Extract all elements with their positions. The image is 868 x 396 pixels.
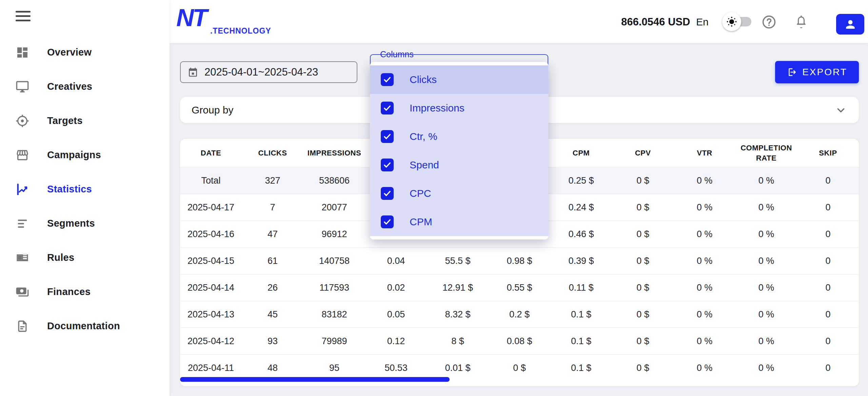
table-cell: 8.32 $ — [427, 309, 489, 320]
table-cell: 117593 — [303, 283, 365, 293]
sidebar-item-label: Documentation — [47, 320, 120, 332]
table-cell: 2025-04-15 — [180, 256, 242, 266]
date-range-value: 2025-04-01~2025-04-23 — [204, 66, 318, 78]
columns-menu-item-impressions[interactable]: Impressions — [370, 94, 548, 122]
checkbox-checked-icon[interactable] — [381, 102, 394, 114]
table-header-cell: VTR — [674, 148, 735, 158]
table-cell: 0 — [797, 175, 859, 186]
document-icon — [15, 319, 30, 334]
table-cell: 0.24 $ — [550, 202, 612, 213]
chevron-down-icon — [836, 105, 846, 115]
table-cell: 0 % — [674, 256, 735, 266]
profile-button[interactable] — [836, 14, 864, 35]
logo-main-text: NT — [176, 5, 206, 30]
table-cell: 538606 — [303, 175, 365, 186]
table-cell: 0 % — [674, 336, 735, 347]
logo[interactable]: NT .TECHNOLOGY — [176, 5, 264, 39]
table-cell: Total — [180, 175, 242, 186]
columns-menu-item-label: CPM — [410, 216, 432, 228]
checkbox-checked-icon[interactable] — [381, 215, 394, 228]
checkbox-checked-icon[interactable] — [381, 187, 394, 200]
table-cell: 0 — [797, 229, 859, 239]
table-cell: 2025-04-11 — [180, 363, 242, 373]
columns-menu-item-cpm[interactable]: CPM — [370, 208, 548, 236]
table-cell: 12.91 $ — [427, 283, 489, 293]
table-cell: 8 $ — [427, 336, 489, 347]
table-cell: 0 — [797, 202, 859, 213]
notifications-bell-icon[interactable] — [793, 14, 809, 30]
table-header-cell: CPV — [612, 148, 674, 158]
table-cell: 0 $ — [612, 363, 674, 373]
sidebar-item-overview[interactable]: Overview — [0, 35, 170, 69]
table-cell: 0 % — [674, 363, 735, 373]
horizontal-scrollbar-thumb[interactable] — [180, 377, 450, 382]
table-cell: 0 % — [674, 309, 735, 320]
table-cell: 0 % — [735, 363, 797, 373]
table-cell: 2025-04-16 — [180, 229, 242, 239]
sidebar-item-finances[interactable]: Finances — [0, 275, 170, 309]
table-row: 2025-04-1345831820.058.32 $0.2 $0.1 $0 $… — [180, 301, 859, 328]
table-cell: 0.02 — [365, 283, 427, 293]
columns-dropdown-menu: Clicks Impressions Ctr, % Spend — [370, 62, 548, 239]
table-cell: 0 % — [674, 175, 735, 186]
table-cell: 95 — [303, 363, 365, 373]
card-list-icon — [15, 250, 30, 265]
table-cell: 83182 — [303, 309, 365, 320]
sidebar-item-rules[interactable]: Rules — [0, 241, 170, 275]
sidebar-item-creatives[interactable]: Creatives — [0, 69, 170, 104]
export-button[interactable]: EXPORT — [775, 61, 859, 83]
table-cell: 0 — [797, 309, 859, 320]
table-cell: 79989 — [303, 336, 365, 347]
table-cell: 0 % — [735, 202, 797, 213]
sidebar-item-targets[interactable]: Targets — [0, 104, 170, 138]
export-icon — [787, 67, 797, 77]
sidebar-item-documentation[interactable]: Documentation — [0, 309, 170, 343]
columns-menu-item-ctr[interactable]: Ctr, % — [370, 122, 548, 151]
table-cell: 0 % — [735, 283, 797, 293]
columns-menu-item-label: Ctr, % — [410, 131, 437, 142]
help-icon[interactable] — [761, 14, 777, 30]
sidebar-item-campaigns[interactable]: Campaigns — [0, 138, 170, 172]
table-cell: 0 % — [674, 202, 735, 213]
language-selector[interactable]: En — [696, 16, 709, 28]
line-chart-icon — [15, 182, 30, 197]
table-cell: 0 $ — [612, 202, 674, 213]
sidebar-item-segments[interactable]: Segments — [0, 206, 170, 241]
table-row: 2025-04-14261175930.0212.91 $0.55 $0.11 … — [180, 274, 859, 301]
table-cell: 0.25 $ — [550, 175, 612, 186]
columns-menu-item-clicks[interactable]: Clicks — [370, 65, 548, 94]
sidebar-item-statistics[interactable]: Statistics — [0, 172, 170, 206]
hamburger-menu-icon[interactable] — [15, 9, 31, 23]
target-icon — [15, 113, 30, 128]
columns-menu-item-cpc[interactable]: CPC — [370, 179, 548, 208]
calendar-icon — [188, 67, 198, 78]
date-range-picker[interactable]: 2025-04-01~2025-04-23 — [180, 61, 357, 83]
table-cell: 0.04 — [365, 256, 427, 266]
group-by-select[interactable] — [244, 97, 859, 123]
top-header: NT .TECHNOLOGY 866.0546 USD En — [170, 0, 868, 43]
table-cell: 0 $ — [489, 363, 550, 373]
table-cell: 0.08 $ — [489, 336, 550, 347]
dark-mode-toggle[interactable] — [722, 15, 753, 28]
checkbox-checked-icon[interactable] — [381, 130, 394, 143]
sidebar-item-label: Creatives — [47, 81, 92, 92]
sidebar-item-label: Statistics — [47, 184, 92, 195]
table-cell: 0 $ — [612, 175, 674, 186]
table-cell: 61 — [242, 256, 303, 266]
table-cell: 0 $ — [612, 229, 674, 239]
table-row: 2025-04-15611407580.0455.5 $0.98 $0.39 $… — [180, 247, 859, 274]
table-cell: 0.1 $ — [550, 336, 612, 347]
person-icon — [844, 18, 857, 31]
table-cell: 7 — [242, 202, 303, 213]
checkbox-checked-icon[interactable] — [381, 73, 394, 86]
columns-select-label: Columns — [377, 49, 416, 59]
columns-menu-item-spend[interactable]: Spend — [370, 151, 548, 179]
sidebar-item-label: Segments — [47, 218, 95, 229]
table-cell: 96912 — [303, 229, 365, 239]
table-cell: 0.1 $ — [550, 363, 612, 373]
table-cell: 48 — [242, 363, 303, 373]
table-header-cell: CPM — [550, 148, 612, 158]
table-cell: 0 % — [735, 175, 797, 186]
checkbox-checked-icon[interactable] — [381, 159, 394, 171]
export-button-label: EXPORT — [802, 67, 847, 78]
